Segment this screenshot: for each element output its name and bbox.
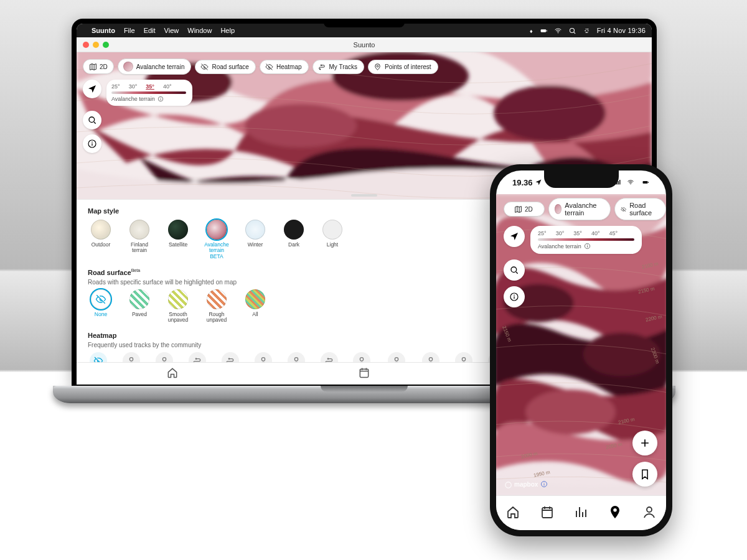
activity-icon <box>93 356 103 362</box>
pill-label: Avalanche terrain <box>565 202 603 217</box>
heatmap-none[interactable]: None <box>88 352 110 362</box>
info-icon[interactable] <box>157 96 164 102</box>
tab-stats[interactable] <box>573 505 588 522</box>
road-rough[interactable]: Rough unpaved <box>204 289 230 324</box>
window-title: Suunto <box>354 41 375 49</box>
menu-view[interactable]: View <box>164 27 179 34</box>
locate-button[interactable] <box>504 226 525 247</box>
legend-tick: 35° <box>573 230 582 236</box>
wifi-icon <box>626 179 636 186</box>
menu-edit[interactable]: Edit <box>144 27 156 34</box>
mapstyle-finland[interactable]: Finland terrain <box>126 220 153 259</box>
legend-tick: 40° <box>163 83 172 90</box>
tab-home[interactable] <box>166 366 179 381</box>
heatmap-dh[interactable]: Downhill <box>420 352 442 362</box>
menubar-control-center-icon[interactable] <box>583 27 591 35</box>
menu-file[interactable]: File <box>124 27 135 34</box>
view-mode-segmented[interactable]: 2D <box>83 59 114 74</box>
info-icon[interactable] <box>584 243 591 250</box>
pill-road-surface[interactable]: Road surface <box>614 198 666 220</box>
legend-card: 25° 30° 35° 40° 45° Avalanche terrain <box>530 226 642 254</box>
add-button[interactable] <box>632 431 657 455</box>
road-smooth[interactable]: Smooth unpaved <box>165 289 191 324</box>
mapstyle-dark[interactable]: Dark <box>281 220 307 259</box>
panel-drag-handle[interactable] <box>351 194 377 197</box>
pin-icon <box>374 63 382 71</box>
heatmap-tri[interactable]: Triathlon <box>285 352 307 362</box>
pill-label: Road surface <box>629 202 659 217</box>
menubar-wifi-icon[interactable] <box>554 27 562 35</box>
window-minimize[interactable] <box>93 42 99 48</box>
mapstyle-outdoor[interactable]: Outdoor <box>88 220 114 259</box>
pin-solid-icon <box>608 505 622 520</box>
heatmap-run[interactable]: Running <box>121 352 143 362</box>
mapstyle-satellite[interactable]: Satellite <box>165 220 191 259</box>
heatmap-alltrails[interactable]: All trails <box>318 352 340 362</box>
activity-icon <box>357 356 367 362</box>
info-button[interactable] <box>504 286 525 307</box>
menubar-search-icon[interactable] <box>568 27 576 35</box>
menubar-battery-icon[interactable] <box>540 27 548 35</box>
mapstyle-light[interactable]: Light <box>319 220 345 259</box>
loc-arrow-icon <box>535 179 542 186</box>
legend-tick: 25° <box>538 230 547 236</box>
info-icon[interactable] <box>540 480 548 488</box>
activity-icon <box>426 356 436 362</box>
tab-map[interactable] <box>608 505 622 522</box>
pill-my-tracks[interactable]: My Tracks <box>312 60 365 74</box>
road-none[interactable]: None <box>88 289 114 324</box>
app-menu[interactable]: Suunto <box>92 27 115 34</box>
activity-icon <box>192 356 202 362</box>
activity-icon <box>159 356 169 362</box>
bookmark-button[interactable] <box>632 462 657 487</box>
legend-gradient <box>111 91 186 94</box>
menu-window[interactable]: Window <box>187 27 212 34</box>
heatmap-mount[interactable]: Mountaineering <box>384 352 409 362</box>
svg-point-21 <box>583 332 660 376</box>
eye-off-icon <box>200 63 209 71</box>
mapstyle-winter[interactable]: Winter <box>242 220 268 259</box>
pill-poi[interactable]: Points of interest <box>368 60 438 74</box>
eye-off-icon <box>621 205 626 213</box>
window-zoom[interactable] <box>103 42 109 48</box>
view-mode-segmented[interactable]: 2D <box>504 202 545 217</box>
view-mode-label: 2D <box>525 206 533 213</box>
menu-help[interactable]: Help <box>220 27 235 34</box>
map-canvas[interactable]: 2100 m 2150 m 2200 m 2300 m 2150 m 2100 … <box>496 194 666 495</box>
search-button[interactable] <box>83 111 101 129</box>
map-icon <box>514 205 522 213</box>
heatmap-xc[interactable]: Cross-country skiing <box>453 352 475 362</box>
tab-calendar[interactable] <box>540 505 555 522</box>
pill-avalanche-terrain[interactable]: Avalanche terrain <box>118 58 192 75</box>
menubar-datetime[interactable]: Fri 4 Nov 19:36 <box>597 27 646 34</box>
bookmark-icon <box>639 468 651 480</box>
status-time: 19.36 <box>512 178 533 187</box>
search-button[interactable] <box>504 259 525 281</box>
menubar-dropbox-icon[interactable]: ⬧ <box>529 27 533 34</box>
tab-home[interactable] <box>505 505 520 522</box>
terrain-thumb-icon <box>123 62 133 72</box>
pill-road-surface[interactable]: Road surface <box>195 60 255 74</box>
swatch-label: Avalanche terrain BETA <box>204 242 230 259</box>
info-button[interactable] <box>83 134 101 153</box>
locate-icon <box>509 231 519 241</box>
mapstyle-avalanche[interactable]: Avalanche terrain BETA <box>204 220 230 259</box>
swatch-label: Rough unpaved <box>204 312 230 324</box>
legend-tick: 25° <box>111 83 120 90</box>
swatch-label: Dark <box>288 242 299 248</box>
tab-profile[interactable] <box>642 505 657 522</box>
road-all[interactable]: All <box>242 289 268 324</box>
heatmap-walk[interactable]: All walking <box>351 352 373 362</box>
road-paved[interactable]: Paved <box>126 289 153 324</box>
pill-avalanche-terrain[interactable]: Avalanche terrain <box>548 198 611 220</box>
heatmap-cyc[interactable]: Cycling <box>187 352 209 362</box>
legend-label: Avalanche terrain <box>111 96 155 102</box>
pill-heatmap[interactable]: Heatmap <box>260 60 309 74</box>
heatmap-trailrun[interactable]: Trail running <box>154 352 176 362</box>
tab-calendar[interactable] <box>358 366 370 381</box>
svg-point-22 <box>525 390 615 434</box>
heatmap-roller[interactable]: Roller skiing and skating <box>252 352 274 362</box>
locate-button[interactable] <box>83 80 101 98</box>
heatmap-mtb[interactable]: Mountain biking <box>220 352 242 362</box>
window-close[interactable] <box>83 42 89 48</box>
